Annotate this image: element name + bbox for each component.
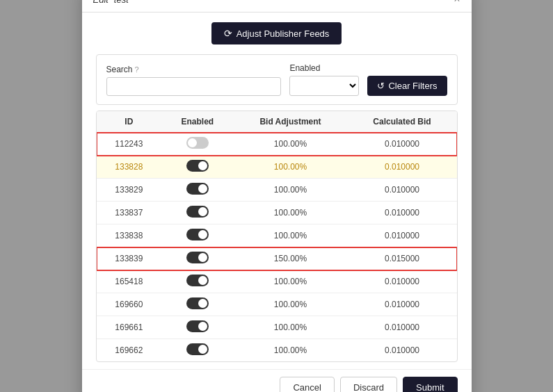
adjust-btn-wrap: ⟳ Adjust Publisher Feeds — [96, 22, 458, 44]
cell-id: 112243 — [97, 133, 162, 156]
toggle-thumb — [198, 322, 207, 331]
table-body: 112243 100.00%0.010000133828 100.00%0.01… — [97, 133, 457, 362]
cancel-button[interactable]: Cancel — [280, 377, 334, 392]
clear-label: Clear Filters — [388, 81, 437, 91]
toggle-switch[interactable] — [186, 252, 209, 263]
table-row: 133829 100.00%0.010000 — [97, 179, 457, 202]
col-id: ID — [97, 111, 162, 133]
cell-enabled[interactable] — [161, 156, 233, 179]
cell-enabled[interactable] — [161, 179, 233, 202]
cell-bid-adj: 150.00% — [233, 247, 347, 270]
toggle-switch[interactable] — [186, 206, 209, 218]
toggle-thumb — [198, 345, 207, 354]
data-table: ID Enabled Bid Adjustment Calculated Bid… — [97, 111, 457, 361]
search-input[interactable] — [106, 77, 282, 96]
toggle-track — [186, 297, 209, 309]
cell-enabled[interactable] — [161, 224, 233, 247]
toggle-track — [186, 252, 209, 263]
search-group: Search ? — [106, 65, 282, 96]
enabled-select[interactable]: Yes No — [289, 76, 359, 96]
toggle-track — [186, 206, 209, 218]
cell-calc-bid: 0.010000 — [348, 316, 457, 339]
toggle-track — [186, 229, 209, 240]
modal-footer: Cancel Discard Submit — [82, 369, 472, 392]
table-row: 169661 100.00%0.010000 — [97, 316, 457, 339]
modal-title: Edit `test` — [93, 0, 132, 5]
col-bid-adj: Bid Adjustment — [233, 111, 347, 133]
toggle-thumb — [198, 230, 207, 239]
cell-enabled[interactable] — [161, 339, 233, 362]
submit-button[interactable]: Submit — [403, 377, 457, 392]
toggle-thumb — [198, 276, 207, 285]
toggle-thumb — [198, 161, 207, 170]
cell-id: 165418 — [97, 270, 162, 293]
toggle-thumb — [188, 138, 197, 147]
cell-calc-bid: 0.010000 — [348, 293, 457, 316]
modal-header: Edit `test` × — [82, 0, 472, 13]
adjust-publisher-feeds-button[interactable]: ⟳ Adjust Publisher Feeds — [211, 22, 342, 44]
toggle-track — [186, 160, 209, 172]
toggle-switch[interactable] — [186, 320, 209, 332]
table-row: 112243 100.00%0.010000 — [97, 133, 457, 156]
toggle-track — [186, 137, 209, 149]
enabled-group: Enabled Yes No — [289, 63, 359, 96]
cell-enabled[interactable] — [161, 247, 233, 270]
modal: Edit `test` × ⟳ Adjust Publisher Feeds S… — [82, 0, 472, 392]
table-row: 169662 100.00%0.010000 — [97, 339, 457, 362]
toggle-switch[interactable] — [186, 343, 209, 355]
toggle-track — [186, 320, 209, 332]
toggle-thumb — [198, 207, 207, 216]
toggle-switch[interactable] — [186, 275, 209, 286]
toggle-switch[interactable] — [186, 229, 209, 240]
filters-row: Search ? Enabled Yes No ↺ Clear Filters — [96, 54, 458, 105]
search-label: Search ? — [106, 65, 282, 74]
cell-id: 133829 — [97, 179, 162, 202]
table-row: 133838 100.00%0.010000 — [97, 224, 457, 247]
cell-calc-bid: 0.010000 — [348, 270, 457, 293]
toggle-track — [186, 275, 209, 286]
cell-enabled[interactable] — [161, 316, 233, 339]
table-header: ID Enabled Bid Adjustment Calculated Bid — [97, 111, 457, 133]
cell-calc-bid: 0.010000 — [348, 202, 457, 224]
table-row: 165418 100.00%0.010000 — [97, 270, 457, 293]
modal-body: ⟳ Adjust Publisher Feeds Search ? Enable… — [82, 13, 472, 369]
cell-id: 169661 — [97, 316, 162, 339]
toggle-switch[interactable] — [186, 297, 209, 309]
cell-bid-adj: 100.00% — [233, 224, 347, 247]
cell-enabled[interactable] — [161, 133, 233, 156]
toggle-track — [186, 343, 209, 355]
table-wrap: ID Enabled Bid Adjustment Calculated Bid… — [96, 111, 458, 362]
cell-id: 133828 — [97, 156, 162, 179]
cell-bid-adj: 100.00% — [233, 339, 347, 362]
cell-id: 133837 — [97, 202, 162, 224]
search-help: ? — [135, 65, 139, 74]
clear-filters-button[interactable]: ↺ Clear Filters — [367, 76, 447, 96]
cell-bid-adj: 100.00% — [233, 179, 347, 202]
discard-button[interactable]: Discard — [340, 377, 397, 392]
cell-bid-adj: 100.00% — [233, 156, 347, 179]
adjust-label: Adjust Publisher Feeds — [237, 28, 330, 39]
enabled-label: Enabled — [289, 63, 359, 73]
cell-id: 133839 — [97, 247, 162, 270]
cell-enabled[interactable] — [161, 202, 233, 224]
toggle-switch[interactable] — [186, 160, 209, 172]
cell-bid-adj: 100.00% — [233, 316, 347, 339]
col-calc-bid: Calculated Bid — [348, 111, 457, 133]
cell-enabled[interactable] — [161, 270, 233, 293]
cell-bid-adj: 100.00% — [233, 133, 347, 156]
cell-enabled[interactable] — [161, 293, 233, 316]
close-button[interactable]: × — [454, 0, 460, 5]
cell-bid-adj: 100.00% — [233, 202, 347, 224]
cell-calc-bid: 0.010000 — [348, 339, 457, 362]
toggle-switch[interactable] — [186, 137, 209, 149]
cell-id: 169660 — [97, 293, 162, 316]
toggle-track — [186, 183, 209, 195]
col-enabled: Enabled — [161, 111, 233, 133]
toggle-switch[interactable] — [186, 183, 209, 195]
toggle-thumb — [198, 299, 207, 308]
cell-calc-bid: 0.010000 — [348, 156, 457, 179]
cell-bid-adj: 100.00% — [233, 270, 347, 293]
table-row: 169660 100.00%0.010000 — [97, 293, 457, 316]
toggle-thumb — [198, 253, 207, 262]
table-row: 133837 100.00%0.010000 — [97, 202, 457, 224]
